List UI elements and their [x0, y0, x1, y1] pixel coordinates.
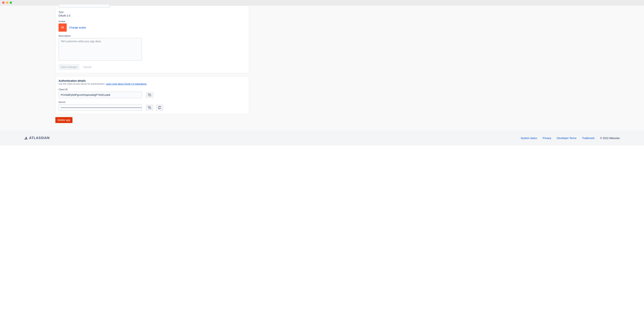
auth-sub-prefix: Use the Client ID and Secret for authent…	[58, 83, 106, 85]
app-details-card: Type OAuth 2.0 Avatar M Change avatar De…	[55, 5, 249, 73]
svg-rect-0	[149, 95, 151, 96]
svg-rect-1	[149, 107, 151, 109]
maximize-icon[interactable]	[10, 1, 12, 4]
footer-link-terms[interactable]: Developer Terms	[557, 137, 576, 140]
footer-link-trademark[interactable]: Trademark	[582, 137, 594, 140]
avatar-label: Avatar	[58, 20, 246, 23]
cancel-button[interactable]: Cancel	[81, 64, 94, 70]
secret-label: Secret	[58, 101, 246, 103]
avatar-letter: M	[61, 26, 64, 29]
delete-app-button[interactable]: Delete app	[55, 117, 72, 123]
minimize-icon[interactable]	[6, 1, 8, 4]
type-value: OAuth 2.0	[58, 14, 246, 17]
copy-client-id-button[interactable]	[146, 92, 154, 98]
copy-secret-button[interactable]	[146, 104, 154, 111]
footer-logo: ATLASSIAN	[24, 136, 50, 140]
atlassian-logo-icon	[24, 136, 28, 140]
close-icon[interactable]	[2, 1, 4, 4]
secret-mask: ••••••••••••••••••••••••••••••••••••••••…	[61, 107, 142, 109]
type-label: Type	[58, 11, 246, 13]
footer-link-privacy[interactable]: Privacy	[543, 137, 551, 140]
footer-link-status[interactable]: System status	[521, 137, 537, 140]
name-input-stub[interactable]	[58, 4, 110, 8]
footer: ATLASSIAN System status Privacy Develope…	[0, 130, 644, 146]
copy-icon	[148, 93, 151, 97]
auth-subtext: Use the Client ID and Secret for authent…	[58, 83, 246, 85]
auth-details-card: Authentication details Use the Client ID…	[55, 76, 249, 114]
description-input[interactable]	[58, 38, 142, 61]
footer-copyright: © 2022 Atlassian	[600, 137, 620, 140]
client-id-value[interactable]: PCHsBFp93PgvvHrDqaXaWgP79nEczahk	[58, 92, 142, 98]
secret-value[interactable]: ••••••••••••••••••••••••••••••••••••••••…	[58, 104, 142, 111]
refresh-icon	[158, 106, 161, 109]
copy-icon	[148, 106, 151, 109]
change-avatar-button[interactable]: Change avatar	[69, 26, 86, 29]
avatar: M	[58, 23, 67, 32]
regenerate-secret-button[interactable]	[156, 104, 164, 111]
client-id-label: Client ID	[58, 88, 246, 91]
auth-heading: Authentication details	[58, 79, 246, 82]
description-label: Description	[58, 35, 246, 37]
page-body: Type OAuth 2.0 Avatar M Change avatar De…	[0, 5, 644, 130]
auth-learn-more-link[interactable]: Learn more about OAuth 2.0 integrations.	[106, 83, 147, 85]
footer-brand: ATLASSIAN	[29, 136, 50, 140]
save-button[interactable]: Save changes	[58, 64, 80, 70]
